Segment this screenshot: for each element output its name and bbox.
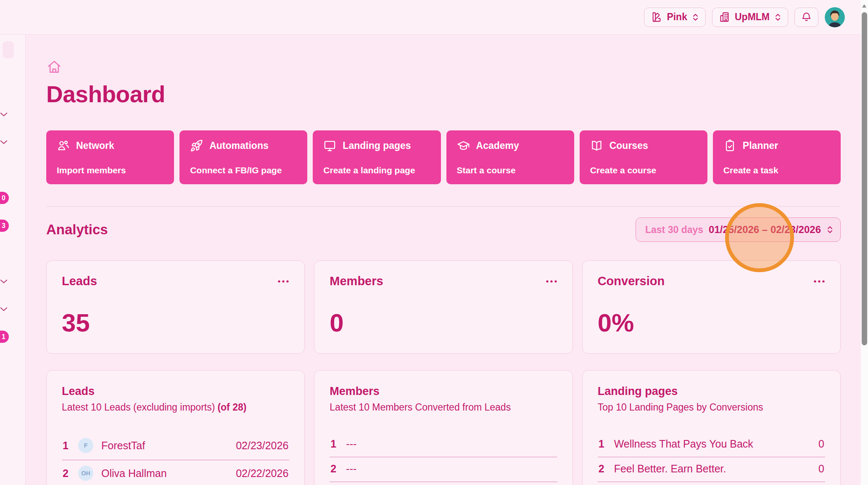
list-item[interactable]: 1 Wellness That Pays You Back 0 [598, 432, 825, 457]
scroll-up-arrow-icon[interactable] [862, 4, 866, 8]
stat-card-conversion: Conversion 0% [582, 260, 841, 354]
quick-action-planner[interactable]: Planner Create a task [713, 130, 841, 184]
list-title: Landing pages [598, 385, 825, 398]
main-content: Dashboard Network Import members [26, 34, 861, 485]
list-card-landing-pages: Landing pages Top 10 Landing Pages by Co… [582, 370, 841, 485]
chevron-down-icon[interactable] [0, 307, 8, 312]
swatchbook-icon [651, 11, 662, 23]
row-rank: 1 [599, 438, 606, 450]
workspace-selector-label: UpMLM [735, 11, 770, 23]
bell-icon [801, 11, 812, 23]
member-name: --- [346, 463, 548, 475]
quick-action-subtitle: Create a task [723, 165, 830, 175]
badge-count: 1 [2, 333, 5, 341]
notifications-button[interactable] [794, 8, 818, 27]
members-list: 1 --- 2 --- [330, 432, 557, 482]
row-rank: 2 [63, 467, 70, 480]
ellipsis-menu-icon[interactable] [277, 280, 289, 283]
list-subtitle-count: (of 28) [217, 402, 246, 413]
stat-cards-row: Leads 35 Members 0 Conversion 0% [46, 260, 841, 354]
monitor-icon [323, 139, 336, 152]
scrollbar-thumb[interactable] [862, 12, 867, 345]
quick-action-subtitle: Create a landing page [323, 165, 430, 175]
landing-pages-list: 1 Wellness That Pays You Back 0 2 Feel B… [598, 432, 825, 482]
row-rank: 1 [330, 438, 338, 450]
list-item[interactable]: 1 --- [330, 432, 557, 457]
list-item[interactable]: 1 F ForestTaf 02/23/2026 [62, 432, 289, 460]
theme-selector[interactable]: Pink [644, 8, 706, 27]
quick-action-subtitle: Connect a FB/IG page [190, 165, 297, 175]
quick-action-subtitle: Import members [57, 165, 164, 175]
graduation-cap-icon [457, 139, 470, 152]
list-subtitle: Top 10 Landing Pages by Conversions [598, 402, 825, 413]
chevron-down-icon[interactable] [0, 279, 8, 284]
sidebar-count-badge: 0 [0, 192, 9, 204]
home-icon[interactable] [46, 59, 62, 75]
list-item[interactable]: 2 OH Oliva Hallman 02/22/2026 [62, 460, 289, 485]
quick-action-title: Academy [476, 140, 519, 151]
stat-card-leads: Leads 35 [46, 260, 305, 354]
chevron-up-down-icon [774, 12, 781, 22]
ellipsis-menu-icon[interactable] [546, 280, 557, 283]
quick-action-title: Network [76, 140, 114, 151]
landing-page-name: Wellness That Pays You Back [614, 438, 810, 450]
list-item[interactable]: 2 Feel Better. Earn Better. 0 [598, 457, 825, 482]
lead-date: 02/22/2026 [236, 467, 288, 480]
list-subtitle: Latest 10 Leads (excluding imports)(of 2… [62, 402, 289, 413]
section-divider [46, 206, 841, 207]
quick-action-subtitle: Start a course [457, 165, 564, 175]
quick-action-automations[interactable]: Automations Connect a FB/IG page [179, 130, 307, 184]
user-avatar[interactable] [825, 7, 845, 27]
sidebar-count-badge: 3 [0, 220, 9, 232]
page-title: Dashboard [46, 81, 841, 108]
open-book-icon [590, 139, 603, 152]
chevron-down-icon[interactable] [0, 140, 8, 145]
rocket-icon [190, 139, 203, 152]
stat-title: Members [330, 274, 383, 288]
theme-selector-label: Pink [667, 11, 687, 23]
chevron-down-icon[interactable] [0, 112, 8, 117]
workspace-selector[interactable]: UpMLM [712, 8, 788, 27]
landing-page-name: Feel Better. Earn Better. [614, 463, 810, 475]
date-range-selector[interactable]: Last 30 days 01/25/2026 – 02/23/2026 [636, 217, 841, 242]
stat-value: 35 [62, 310, 289, 336]
list-subtitle-text: Latest 10 Members Converted from Leads [330, 402, 511, 413]
clipboard-check-icon [723, 139, 736, 152]
stat-card-members: Members 0 [314, 260, 573, 354]
stat-value: 0 [330, 310, 557, 336]
badge-count: 3 [2, 222, 5, 230]
landing-page-conversions: 0 [818, 463, 824, 475]
quick-action-subtitle: Create a course [590, 165, 697, 175]
list-subtitle: Latest 10 Members Converted from Leads [330, 402, 557, 413]
list-card-members: Members Latest 10 Members Converted from… [314, 370, 573, 485]
quick-action-network[interactable]: Network Import members [46, 130, 174, 184]
stat-value: 0% [598, 310, 825, 336]
row-rank: 1 [63, 440, 70, 452]
ellipsis-menu-icon[interactable] [813, 280, 825, 283]
row-rank: 2 [330, 463, 338, 475]
member-name: --- [346, 438, 548, 450]
building-icon [719, 11, 730, 23]
stat-title: Conversion [598, 274, 665, 288]
list-cards-row: Leads Latest 10 Leads (excluding imports… [46, 370, 841, 485]
quick-action-landing-pages[interactable]: Landing pages Create a landing page [313, 130, 441, 184]
date-preset-label: Last 30 days [645, 224, 703, 236]
leads-list: 1 F ForestTaf 02/23/2026 2 OH Oliva Hall… [62, 432, 289, 485]
stat-title: Leads [62, 274, 97, 288]
analytics-heading: Analytics [46, 222, 108, 238]
quick-action-title: Landing pages [343, 140, 411, 151]
list-item[interactable]: 2 --- [330, 457, 557, 482]
chevron-up-down-icon [826, 225, 834, 235]
sidebar-active-item[interactable] [3, 41, 14, 58]
chevron-up-down-icon [692, 12, 699, 22]
quick-action-title: Planner [743, 140, 778, 151]
date-range-value: 01/25/2026 – 02/23/2026 [709, 224, 821, 236]
vertical-scrollbar[interactable] [861, 0, 868, 485]
quick-action-academy[interactable]: Academy Start a course [446, 130, 574, 184]
sidebar: 0 3 1 [0, 34, 26, 485]
top-bar: Pink UpMLM [0, 0, 861, 34]
users-icon [57, 139, 70, 152]
lead-avatar: OH [78, 466, 93, 481]
quick-actions-row: Network Import members Automations Conne… [46, 130, 841, 184]
quick-action-courses[interactable]: Courses Create a course [580, 130, 707, 184]
